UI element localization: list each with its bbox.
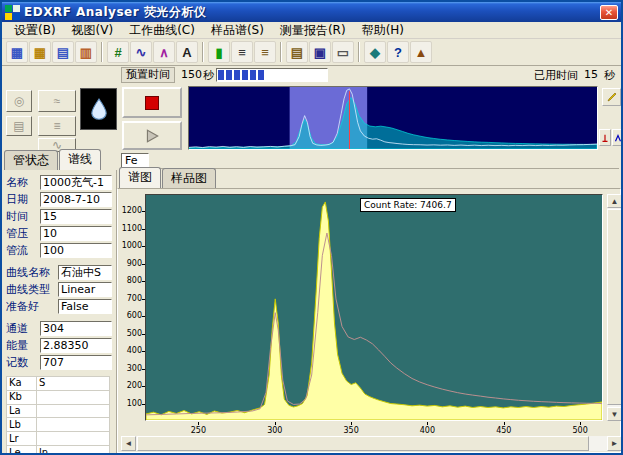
info-label: 准备好 (6, 299, 58, 314)
report-icon[interactable]: ≡ (254, 41, 276, 63)
info-label: 名称 (6, 175, 40, 190)
angle-icon (613, 133, 623, 143)
title-bar[interactable]: EDXRF Analyser 荧光分析仪 ✕ (2, 2, 621, 22)
main-tab-1[interactable]: 谱图 (119, 167, 161, 188)
scroll-left-button[interactable]: ◄ (121, 436, 136, 451)
info-label: 日期 (6, 192, 40, 207)
menu-item-3[interactable]: 工作曲线(C) (121, 22, 203, 39)
left-tab-2[interactable]: 谱线 (59, 149, 101, 170)
plot-area[interactable] (145, 194, 603, 421)
tube-list-button[interactable]: ≡ (38, 116, 76, 136)
start-button[interactable] (122, 121, 182, 150)
stop-button[interactable] (122, 87, 182, 118)
table-cell: Lr (7, 432, 37, 446)
ruler-tool-button[interactable] (599, 129, 611, 146)
progress-segment (306, 70, 312, 80)
main-tab-2[interactable]: 样品图 (162, 168, 216, 188)
progress-segment (298, 70, 304, 80)
progress-segment (218, 70, 224, 80)
list-icon[interactable]: ≡ (231, 41, 253, 63)
menu-item-2[interactable]: 视图(V) (64, 22, 122, 39)
left-tab-bar: 管状态谱线 (4, 152, 102, 170)
info-row: 管流100 (6, 242, 116, 258)
table-row[interactable]: La (7, 404, 110, 418)
scroll-down-button[interactable]: ▼ (607, 407, 622, 421)
y-axis-label: 1200 (118, 206, 142, 215)
y-tick-mark (142, 281, 145, 282)
layout-4-icon[interactable]: ▥ (75, 41, 97, 63)
pencil-tool-button[interactable] (602, 88, 621, 106)
v-scrollbar[interactable]: ▲ ▼ (607, 194, 622, 421)
menu-item-4[interactable]: 样品谱(S) (203, 22, 272, 39)
h-scrollbar[interactable]: ◄ ► (121, 436, 622, 451)
spectrum-preview[interactable] (188, 86, 598, 150)
info-value: 707 (40, 355, 112, 370)
table-row[interactable]: Lr (7, 432, 110, 446)
x-tick-mark (198, 422, 199, 425)
lines-table[interactable]: KaSKbLaLbLrLeln (6, 376, 110, 455)
scroll-right-button[interactable]: ► (607, 436, 622, 451)
left-tab-1[interactable]: 管状态 (4, 150, 58, 170)
angle-tool-button[interactable] (612, 129, 623, 146)
table-cell (37, 390, 110, 404)
menu-item-6[interactable]: 帮助(H) (354, 22, 412, 39)
elapsed-time-label: 已用时间 (534, 68, 578, 83)
element-input[interactable]: Fe (121, 153, 149, 168)
tube-cell-button[interactable]: ▤ (6, 116, 32, 136)
scroll-up-button[interactable]: ▲ (607, 194, 622, 208)
info-row: 名称1000充气-1 (6, 174, 116, 190)
layout-3-icon[interactable]: ▤ (52, 41, 74, 63)
tube-wave-button[interactable]: ≈ (38, 90, 76, 112)
toolbar: ▦▦▤▥#∿∧A▮≡≡▤▣▭◆?▲ (2, 39, 621, 66)
table-cell: Kb (7, 390, 37, 404)
info-group-3: 通道304能量2.88350记数707 (6, 320, 116, 370)
tube-cell-icon: ▤ (13, 119, 24, 133)
measure-icon[interactable]: ▲ (410, 41, 432, 63)
info-panel: 名称1000充气-1日期2008-7-10时间15管压10管流100曲线名称石油… (2, 170, 117, 453)
help-icon[interactable]: ? (387, 41, 409, 63)
toolbar-separator (202, 42, 204, 62)
info-value: Linear (58, 282, 112, 297)
save-icon[interactable]: ▣ (309, 41, 331, 63)
v-scroll-thumb[interactable] (607, 209, 622, 405)
table-row[interactable]: Kb (7, 390, 110, 404)
info-group-1: 名称1000充气-1日期2008-7-10时间15管压10管流100 (6, 174, 116, 258)
y-axis-label: 600 (118, 311, 142, 320)
label-icon[interactable]: A (176, 41, 198, 63)
y-tick-mark (142, 334, 145, 335)
x-tick-mark (351, 422, 352, 425)
info-row: 能量2.88350 (6, 337, 116, 353)
info-row: 时间15 (6, 208, 116, 224)
package-icon[interactable]: ◆ (364, 41, 386, 63)
info-value: 2008-7-10 (40, 192, 112, 207)
y-axis-label: 400 (118, 346, 142, 355)
close-button[interactable]: ✕ (600, 5, 618, 20)
layout-1-icon[interactable]: ▦ (6, 41, 28, 63)
x-axis-label: 450 (491, 426, 517, 435)
menu-item-5[interactable]: 测量报告(R) (272, 22, 354, 39)
tube-list-icon: ≡ (53, 119, 60, 133)
table-row[interactable]: Lb (7, 418, 110, 432)
curve-icon[interactable]: ∿ (130, 41, 152, 63)
peaks-icon[interactable]: ∧ (153, 41, 175, 63)
info-label: 管流 (6, 243, 40, 258)
y-axis-label: 800 (118, 276, 142, 285)
table-row[interactable]: Leln (7, 446, 110, 455)
copy-icon[interactable]: ▤ (286, 41, 308, 63)
preset-time-label: 预置时间 (121, 67, 175, 83)
table-cell: S (37, 377, 110, 391)
grid-icon[interactable]: # (107, 41, 129, 63)
h-scroll-thumb[interactable] (137, 436, 589, 451)
table-row[interactable]: KaS (7, 377, 110, 391)
table-cell: Ka (7, 377, 37, 391)
menu-item-1[interactable]: 设置(B) (6, 22, 64, 39)
elapsed-time-unit: 秒 (604, 68, 615, 83)
layout-2-icon[interactable]: ▦ (29, 41, 51, 63)
progress-segment (282, 70, 288, 80)
tube-dial-button[interactable]: ◎ (6, 90, 32, 112)
spectrum-series (146, 202, 602, 420)
energy-bar-icon[interactable]: ▮ (208, 41, 230, 63)
info-row: 通道304 (6, 320, 116, 336)
print-icon[interactable]: ▭ (332, 41, 354, 63)
progress-segment (234, 70, 240, 80)
